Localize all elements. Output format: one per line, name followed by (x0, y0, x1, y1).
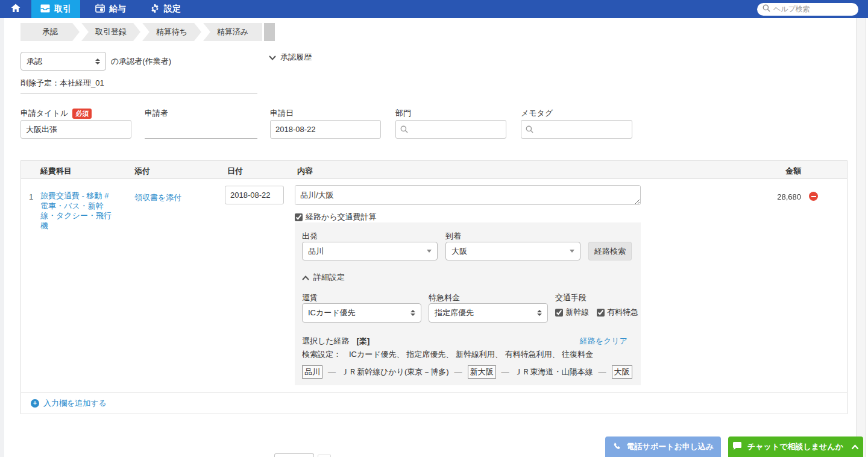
cutoff-button[interactable] (274, 453, 314, 457)
expense-date-input[interactable] (225, 186, 284, 204)
arrival-value: 大阪 (451, 246, 467, 257)
chat-bubble-icon (732, 441, 742, 452)
expense-table: 経費科目 添付 日付 内容 金額 1 旅費交通費 - 移動 #電車・バス・新幹線… (20, 160, 848, 414)
caret-down-icon (570, 250, 574, 253)
fare-value: ICカード優先 (308, 307, 356, 318)
caret-down-icon (427, 250, 432, 253)
request-title-label: 申請タイトル 必須 (20, 108, 92, 119)
express-fare-select[interactable]: 指定席優先 (429, 303, 548, 323)
shinkansen-checkbox[interactable] (555, 309, 563, 317)
select-arrows-icon (95, 58, 100, 65)
approval-status-select[interactable]: 承認 (20, 52, 106, 71)
memo-tag-search-input[interactable] (521, 120, 632, 139)
paid-express-label: 有料特急 (607, 307, 638, 318)
route-separator: — (454, 368, 462, 377)
tab-payroll-label: 給与 (109, 4, 126, 14)
calendar-icon (95, 4, 105, 14)
search-icon (526, 125, 533, 135)
search-icon (763, 4, 770, 14)
header-amount: 金額 (785, 166, 801, 177)
help-search-input[interactable] (773, 5, 853, 13)
clear-route-link[interactable]: 経路をクリア (580, 336, 627, 347)
route-calc-label: 経路から交通費計算 (306, 212, 377, 222)
applicant-field[interactable] (145, 138, 257, 139)
home-button[interactable] (0, 0, 31, 18)
select-arrows-icon (410, 310, 415, 316)
request-title-input[interactable] (20, 120, 131, 139)
home-icon (11, 4, 20, 14)
route-calc-option[interactable]: 経路から交通費計算 (295, 212, 377, 222)
express-fare-label: 特急料金 (429, 292, 460, 303)
station-shin-osaka: 新大阪 (468, 365, 496, 379)
step-approval[interactable]: 承認 (20, 23, 80, 41)
applicant-label: 申請者 (145, 108, 168, 119)
shinkansen-option[interactable]: 新幹線 (555, 307, 589, 318)
step-settled[interactable]: 精算済み (203, 23, 262, 41)
chevron-down-icon (269, 53, 276, 62)
top-nav: 取引 給与 設定 (0, 0, 868, 18)
tab-settings[interactable]: 設定 (141, 0, 190, 18)
vertical-scrollbar[interactable] (856, 18, 866, 457)
memo-tag-label: メモタグ (521, 108, 553, 119)
departure-label: 出発 (302, 231, 318, 242)
chevron-up-icon (851, 443, 859, 452)
header-content: 内容 (297, 166, 313, 177)
phone-icon (612, 442, 621, 452)
table-row: 1 旅費交通費 - 移動 #電車・バス・新幹線・タクシー・飛行機 領収書を添付 … (21, 179, 847, 392)
gear-icon (150, 4, 160, 15)
add-row-button[interactable]: + 入力欄を追加する (21, 392, 847, 414)
route-type-tag: [楽] (357, 336, 370, 347)
paid-express-option[interactable]: 有料特急 (597, 307, 638, 318)
departure-value: 品川 (308, 246, 324, 257)
help-search-box[interactable] (757, 3, 858, 16)
chat-support-button[interactable]: チャットで相談しませんか (728, 437, 863, 457)
header-attachment: 添付 (134, 166, 150, 177)
paid-express-checkbox[interactable] (597, 309, 605, 317)
step-awaiting-settlement[interactable]: 精算待ち (142, 23, 201, 41)
transport-label: 交通手段 (555, 292, 587, 303)
fare-label: 運賃 (302, 292, 318, 303)
nav-spacer (190, 0, 757, 18)
line-tokaido-sanyo: ＪＲ東海道・山陽本線 (515, 367, 593, 377)
window-edge (0, 18, 4, 457)
department-search-input[interactable] (395, 120, 506, 139)
search-icon (400, 125, 408, 135)
route-search-button[interactable]: 経路検索 (588, 242, 632, 260)
arrival-label: 到着 (445, 231, 461, 242)
details-toggle[interactable]: 詳細設定 (302, 272, 345, 283)
cutoff-button[interactable] (318, 455, 331, 457)
remove-row-button[interactable] (809, 192, 818, 201)
tab-payroll[interactable]: 給与 (86, 0, 135, 18)
header-category: 経費科目 (40, 166, 72, 177)
station-shinagawa: 品川 (302, 365, 322, 379)
route-panel: 出発 品川 到着 大阪 経路検索 詳細設定 運賃 ICカード優先 (295, 222, 641, 385)
tab-transactions[interactable]: 取引 (31, 0, 80, 18)
selected-route-heading: 選択した経路 [楽] (302, 336, 370, 347)
selected-route-label: 選択した経路 (302, 336, 350, 347)
select-arrows-icon (537, 310, 542, 316)
step-transaction-entry[interactable]: 取引登録 (81, 23, 140, 41)
route-separator: — (502, 368, 509, 377)
tab-transactions-label: 取引 (54, 4, 71, 14)
phone-support-button[interactable]: 電話サポートお申し込み (605, 437, 721, 457)
stepper-end-block (264, 23, 275, 41)
attach-receipt-link[interactable]: 領収書を添付 (134, 192, 181, 203)
fare-select[interactable]: ICカード優先 (302, 303, 421, 323)
approval-status-value: 承認 (27, 56, 42, 67)
approval-history-toggle[interactable]: 承認履歴 (269, 52, 312, 63)
route-separator: — (328, 368, 336, 377)
chevron-up-icon (302, 273, 309, 282)
add-row-label[interactable]: 入力欄を追加する (43, 398, 107, 409)
expense-content-textarea[interactable]: 品川/大阪 (295, 185, 641, 205)
details-label: 詳細設定 (313, 272, 345, 283)
divider (20, 93, 257, 94)
route-calc-checkbox[interactable] (295, 213, 303, 221)
arrival-select[interactable]: 大阪 (445, 242, 580, 260)
request-date-input[interactable] (270, 120, 381, 139)
departure-select[interactable]: 品川 (302, 242, 438, 260)
expense-category-link[interactable]: 旅費交通費 - 移動 #電車・バス・新幹線・タクシー・飛行機 (40, 191, 116, 231)
request-title-text: 申請タイトル (20, 108, 68, 119)
expense-amount: 28,680 (777, 192, 801, 201)
phone-support-label: 電話サポートお申し込み (627, 441, 714, 452)
tab-settings-label: 設定 (164, 4, 181, 14)
